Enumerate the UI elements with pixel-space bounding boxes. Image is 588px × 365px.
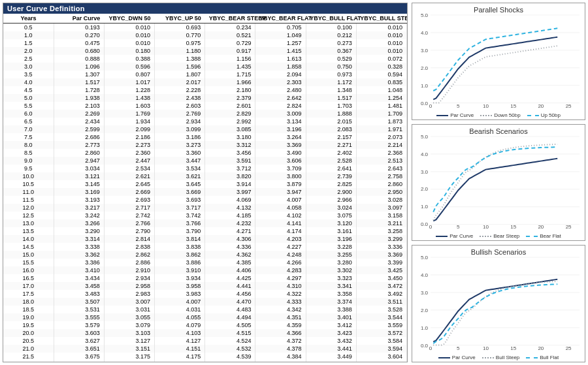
table-cell: 4.271 [205,227,255,235]
table-cell: 2.303 [255,78,306,86]
table-cell: 3.820 [205,172,255,180]
table-cell: 4.515 [205,329,255,337]
table-cell: 2.643 [356,165,406,172]
table-cell: 2.073 [356,133,406,141]
table-cell: 4.185 [205,212,255,219]
table-cell: 1.807 [155,71,205,78]
table-cell: 2.094 [255,71,306,78]
table-cell: 4.425 [205,274,255,282]
table-cell: 3.196 [255,125,306,133]
table-cell: 3.5 [3,71,54,78]
table-cell: 21.5 [3,353,54,360]
table-cell: 1.596 [155,63,205,71]
table-cell: 4.031 [155,306,205,313]
table-cell: 13.5 [3,227,54,235]
table-cell: 0.680 [54,47,104,55]
table-cell: 1.415 [255,47,306,55]
charts-column: Parallel Shocks0.01.02.03.04.05.00510152… [412,3,585,362]
table-cell: 2.214 [356,141,406,149]
table-cell: 3.151 [104,345,154,353]
table-cell: 3.412 [306,321,356,329]
table-cell: 4.505 [205,321,255,329]
page-root: User Curve Definition YearsPar CurveYBYC… [0,0,588,365]
table-cell: 3.009 [255,110,306,118]
table-cell: 3.034 [54,165,104,172]
table-cell: 4.232 [205,219,255,227]
table-cell: 2.180 [205,86,255,94]
table-cell: 2.769 [155,110,205,118]
table-row: 17.53.4832.9833.9834.4564.3223.3583.492 [3,290,407,298]
chart-title: Bullish Scenarios [415,248,582,256]
table-cell: 1.613 [255,55,306,63]
table-cell: 3.742 [155,212,205,219]
table-cell: 3.709 [255,165,306,172]
table-cell: 2.825 [306,180,356,188]
table-cell: 3.879 [255,180,306,188]
table-cell: 7.5 [3,133,54,141]
table-row: 6.52.4341.9342.9342.9923.1342.0151.873 [3,118,407,125]
table-cell: 1.971 [356,125,406,133]
table-cell: 3.323 [306,274,356,282]
table-cell: 3.490 [255,149,306,157]
table-cell: 0.917 [205,47,255,55]
table-cell: 3.007 [104,298,154,306]
table-cell: 2.269 [54,110,104,118]
table-cell: 4.441 [205,282,255,290]
chart-title: Bearish Scenarios [415,127,582,135]
table-row: 22.03.7003.2004.2004.5454.3893.4563.613 [3,360,407,362]
table-cell: 0.975 [155,39,205,47]
table-cell: 4.532 [205,345,255,353]
table-row: 9.53.0342.5343.5343.7123.7092.6412.643 [3,165,407,172]
col-header: YBYC_BEAR FLAT [255,14,306,24]
table-cell: 0.270 [54,31,104,39]
table-row: 5.52.1031.6032.6032.6012.8241.7031.481 [3,102,407,110]
table-cell: 3.712 [205,165,255,172]
table-cell: 3.299 [356,235,406,243]
table-row: 12.53.2422.7423.7424.1854.1023.0753.158 [3,212,407,219]
table-cell: 1.438 [104,94,154,102]
table-cell: 3.814 [155,235,205,243]
table-wrap: YearsPar CurveYBYC_DWN 50YBYC_UP 50YBYC_… [3,14,407,362]
table-cell: 2.447 [104,157,154,165]
table-cell: 2.862 [104,251,154,259]
table-cell: 0.010 [104,24,154,32]
chart-plot: 0.01.02.03.04.05.00510152025 [431,15,580,103]
table-cell: 3.341 [306,282,356,290]
table-cell: 1.517 [54,78,104,86]
table-row: 12.03.2172.7173.7174.1324.0583.0243.097 [3,204,407,212]
table-cell: 3.280 [306,259,356,266]
table-cell: 2.368 [356,149,406,157]
table-cell: 3.336 [356,243,406,251]
table-cell: 3.645 [155,180,205,188]
table-cell: 2.0 [3,47,54,55]
table-cell: 1.888 [306,110,356,118]
table-cell: 3.790 [155,227,205,235]
table-cell: 0.273 [306,39,356,47]
table-cell: 20.5 [3,337,54,345]
table-cell: 0.010 [104,39,154,47]
table-row: 2.00.6800.1801.1800.9171.4150.3670.010 [3,47,407,55]
table-cell: 19.5 [3,321,54,329]
table-cell: 7.0 [3,125,54,133]
table-cell: 3.423 [306,329,356,337]
table-cell: 3.700 [54,360,104,362]
table-cell: 3.584 [356,337,406,345]
table-cell: 2.360 [104,149,154,157]
table-cell: 3.075 [306,212,356,219]
table-cell: 9.0 [3,157,54,165]
table-cell: 1.703 [306,102,356,110]
table-cell: 3.651 [54,345,104,353]
table-cell: 4.007 [155,298,205,306]
table-row: 2.50.8880.3881.3881.1561.6130.5290.072 [3,55,407,63]
table-row: 20.53.6273.1274.1274.5244.3723.4323.584 [3,337,407,345]
table-cell: 3.914 [205,180,255,188]
table-cell: 4.5 [3,86,54,94]
table-row: 15.03.3622.8623.8624.3624.2483.2553.369 [3,251,407,259]
table-cell: 3.450 [356,274,406,282]
table-cell: 1.257 [255,39,306,47]
table-row: 8.52.8602.3603.3603.4563.4902.4022.368 [3,149,407,157]
table-cell: 0.010 [356,24,406,32]
table-row: 19.53.5793.0794.0794.5054.3593.4123.559 [3,321,407,329]
table-cell: 3.399 [356,259,406,266]
table-cell: 0.596 [104,63,154,71]
